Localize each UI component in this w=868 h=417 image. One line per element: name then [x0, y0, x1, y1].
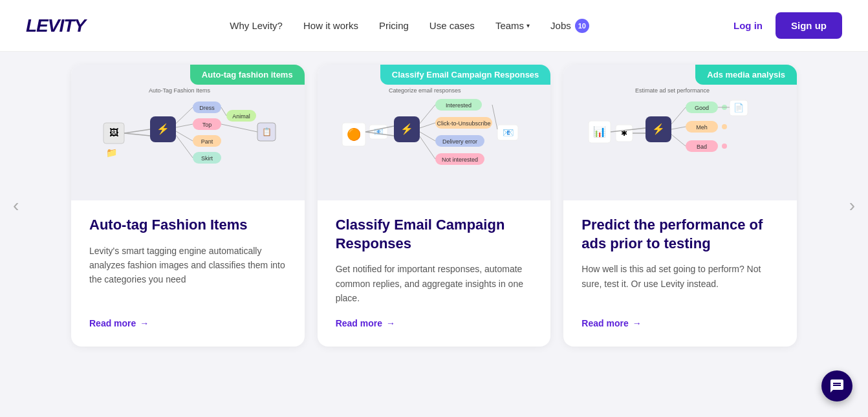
- card-ads-desc: How well is this ad set going to perform…: [581, 262, 779, 305]
- card-email-body: Classify Email Campaign Responses Get no…: [318, 200, 551, 347]
- card-ads-title: Predict the performance of ads prior to …: [581, 216, 779, 253]
- svg-point-66: [722, 124, 727, 129]
- card-fashion-desc: Levity's smart tagging engine automatica…: [89, 244, 287, 306]
- svg-text:Estimate ad set performance: Estimate ad set performance: [635, 87, 710, 94]
- arrow-right-icon: →: [633, 318, 642, 328]
- cards-row: Auto-tag fashion items Auto-Tag Fashion …: [71, 65, 797, 347]
- navbar: LEVITY Why Levity? How it works Pricing …: [0, 0, 868, 52]
- card-email-title: Classify Email Campaign Responses: [336, 216, 533, 253]
- svg-text:Good: Good: [695, 105, 709, 111]
- svg-line-18: [124, 129, 150, 133]
- nav-use-cases[interactable]: Use cases: [429, 20, 475, 31]
- card-fashion-body: Auto-tag Fashion Items Levity's smart ta…: [71, 200, 305, 347]
- svg-line-71: [671, 127, 686, 129]
- svg-text:Meh: Meh: [696, 124, 708, 131]
- svg-line-25: [221, 124, 257, 132]
- svg-text:📧: 📧: [503, 127, 514, 138]
- nav-how-it-works[interactable]: How it works: [303, 20, 358, 31]
- svg-text:Animal: Animal: [233, 113, 251, 120]
- nav-teams[interactable]: Teams ▾: [495, 20, 530, 31]
- jobs-badge: 10: [575, 19, 589, 33]
- carousel: ‹ Auto-tag fashion items Auto-Tag Fashio…: [0, 65, 868, 347]
- svg-line-72: [671, 134, 686, 146]
- svg-text:📁: 📁: [106, 147, 118, 158]
- svg-text:Auto-Tag Fashion Items: Auto-Tag Fashion Items: [149, 87, 211, 94]
- svg-text:Delivery error: Delivery error: [442, 138, 477, 145]
- main-content: ‹ Auto-tag fashion items Auto-Tag Fashio…: [0, 52, 868, 417]
- svg-line-49: [492, 105, 497, 129]
- signup-button[interactable]: Sign up: [776, 12, 842, 39]
- card-fashion-title: Auto-tag Fashion Items: [89, 216, 287, 235]
- arrow-right-icon: →: [140, 318, 149, 328]
- svg-text:🖼: 🖼: [109, 127, 118, 138]
- login-button[interactable]: Log in: [733, 20, 763, 31]
- svg-text:Skirt: Skirt: [201, 155, 213, 162]
- carousel-next-button[interactable]: ›: [843, 195, 862, 216]
- email-flow-diagram: Categorize email responses 🟠 ⚡ Intereste…: [337, 81, 531, 184]
- card-fashion-tag: Auto-tag fashion items: [190, 65, 305, 85]
- svg-text:Dress: Dress: [200, 105, 215, 111]
- nav-actions: Log in Sign up: [733, 12, 842, 39]
- svg-line-19: [124, 133, 150, 136]
- svg-text:⚡: ⚡: [652, 123, 665, 135]
- card-ads-image: Ads media analysis Estimate ad set perfo…: [563, 65, 797, 200]
- nav-why-levity[interactable]: Why Levity?: [230, 20, 283, 31]
- chat-icon: [829, 378, 845, 394]
- svg-text:Pant: Pant: [201, 138, 213, 145]
- chat-button[interactable]: [821, 370, 852, 401]
- card-ads-body: Predict the performance of ads prior to …: [563, 200, 797, 347]
- nav-pricing[interactable]: Pricing: [379, 20, 409, 31]
- svg-text:Not interested: Not interested: [442, 156, 478, 163]
- ads-flow-diagram: Estimate ad set performance 📊 ✱ ⚡ Good: [583, 81, 777, 184]
- svg-line-24: [221, 107, 226, 116]
- svg-line-45: [420, 105, 435, 123]
- svg-text:Click-to-Unsubscribe: Click-to-Unsubscribe: [437, 120, 490, 127]
- fashion-flow-diagram: Auto-Tag Fashion Items 🖼 📁 ⚡ Dress: [97, 81, 278, 184]
- nav-links: Why Levity? How it works Pricing Use cas…: [230, 19, 589, 33]
- chevron-down-icon: ▾: [526, 22, 530, 29]
- svg-text:Bad: Bad: [697, 144, 707, 150]
- carousel-prev-button[interactable]: ‹: [6, 195, 25, 216]
- card-ads-read-more[interactable]: Read more →: [581, 318, 779, 328]
- svg-line-23: [176, 135, 193, 158]
- svg-text:Categorize email responses: Categorize email responses: [389, 87, 461, 94]
- svg-line-46: [420, 123, 435, 128]
- svg-text:⚡: ⚡: [157, 123, 169, 135]
- card-email: Classify Email Campaign Responses Catego…: [318, 65, 551, 347]
- card-email-image: Classify Email Campaign Responses Catego…: [318, 65, 551, 200]
- card-ads-tag: Ads media analysis: [695, 65, 797, 85]
- svg-text:🟠: 🟠: [347, 127, 362, 142]
- card-email-read-more[interactable]: Read more →: [336, 318, 533, 328]
- arrow-right-icon: →: [386, 318, 395, 328]
- card-ads: Ads media analysis Estimate ad set perfo…: [563, 65, 797, 347]
- svg-text:⚡: ⚡: [400, 123, 413, 135]
- svg-point-67: [722, 144, 727, 149]
- logo[interactable]: LEVITY: [26, 16, 85, 36]
- card-fashion-read-more[interactable]: Read more →: [89, 318, 287, 328]
- card-email-tag: Classify Email Campaign Responses: [380, 65, 551, 85]
- card-fashion: Auto-tag fashion items Auto-Tag Fashion …: [71, 65, 305, 347]
- nav-jobs[interactable]: Jobs 10: [550, 19, 589, 33]
- svg-text:📊: 📊: [593, 125, 606, 138]
- svg-line-22: [176, 131, 193, 141]
- svg-text:📋: 📋: [262, 127, 272, 136]
- svg-text:Interested: Interested: [446, 102, 472, 109]
- card-fashion-image: Auto-tag fashion items Auto-Tag Fashion …: [71, 65, 305, 200]
- svg-text:Top: Top: [202, 122, 212, 128]
- svg-line-21: [176, 124, 193, 127]
- svg-line-70: [671, 107, 686, 124]
- svg-line-20: [176, 107, 193, 123]
- card-email-desc: Get notified for important responses, au…: [336, 262, 533, 305]
- svg-text:📄: 📄: [733, 102, 744, 113]
